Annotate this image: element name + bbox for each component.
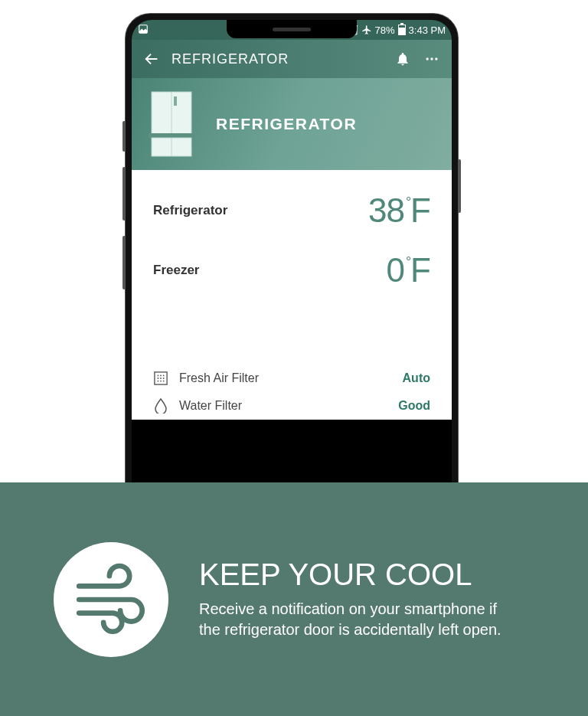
svg-rect-9: [174, 96, 177, 106]
phone-notch: [227, 20, 357, 38]
airplane-icon: [361, 25, 372, 35]
fresh-air-filter-value: Auto: [403, 371, 430, 385]
svg-point-16: [163, 375, 165, 377]
freezer-temp-value: 0°F: [386, 251, 430, 289]
svg-point-17: [158, 378, 159, 379]
fresh-air-filter-label: Fresh Air Filter: [179, 371, 392, 385]
picture-icon: [138, 24, 149, 37]
svg-point-6: [435, 57, 437, 60]
water-drop-icon: [153, 398, 168, 414]
phone-side-button: [458, 159, 461, 213]
freezer-temp-label: Freezer: [153, 263, 199, 278]
water-filter-label: Water Filter: [179, 399, 387, 413]
app-bar: REFRIGERATOR: [132, 40, 452, 78]
svg-point-4: [426, 57, 429, 60]
refrigerator-temp-number: 38: [368, 191, 404, 230]
wind-icon: [54, 542, 168, 657]
hero-title: REFRIGERATOR: [216, 115, 357, 133]
battery-percent: 78%: [375, 25, 395, 36]
hero-banner: REFRIGERATOR: [132, 78, 452, 170]
notifications-button[interactable]: [394, 50, 412, 68]
svg-point-21: [160, 381, 162, 382]
refrigerator-temp-row[interactable]: Refrigerator 38°F: [153, 191, 430, 230]
back-button[interactable]: [142, 50, 161, 68]
phone-mockup: 78% 3:43 PM REFRIGERATOR: [126, 14, 458, 489]
more-button[interactable]: [423, 50, 441, 68]
fresh-air-filter-row[interactable]: Fresh Air Filter Auto: [153, 365, 430, 392]
battery-icon: [398, 25, 406, 35]
refrigerator-temp-value: 38°F: [368, 191, 430, 230]
app-title: REFRIGERATOR: [172, 51, 383, 67]
promo-title: KEEP YOUR COOL: [199, 558, 521, 591]
svg-point-19: [163, 378, 165, 379]
promo-body: Receive a notification on your smartphon…: [199, 599, 521, 640]
phone-side-button: [122, 121, 126, 152]
svg-point-14: [158, 375, 159, 377]
status-time: 3:43 PM: [409, 25, 446, 36]
water-filter-value: Good: [398, 399, 430, 413]
water-filter-row[interactable]: Water Filter Good: [153, 392, 430, 420]
filters-section: Fresh Air Filter Auto Water Filter Good: [132, 319, 452, 420]
freezer-temp-unit: F: [410, 251, 430, 289]
svg-point-18: [160, 378, 162, 379]
svg-point-22: [163, 381, 165, 382]
phone-side-button: [122, 167, 126, 221]
refrigerator-icon: [149, 90, 194, 158]
svg-point-5: [430, 57, 433, 60]
svg-point-15: [160, 375, 162, 377]
refrigerator-temp-unit: F: [410, 191, 430, 230]
refrigerator-temp-label: Refrigerator: [153, 203, 227, 218]
promo-panel: KEEP YOUR COOL Receive a notification on…: [0, 482, 588, 716]
temperature-section: Refrigerator 38°F Freezer 0°F: [132, 170, 452, 319]
freezer-temp-number: 0: [386, 251, 403, 289]
svg-rect-10: [149, 133, 194, 138]
air-filter-icon: [153, 371, 168, 386]
svg-point-20: [158, 381, 159, 382]
freezer-temp-row[interactable]: Freezer 0°F: [153, 251, 430, 289]
phone-side-button: [122, 236, 126, 289]
